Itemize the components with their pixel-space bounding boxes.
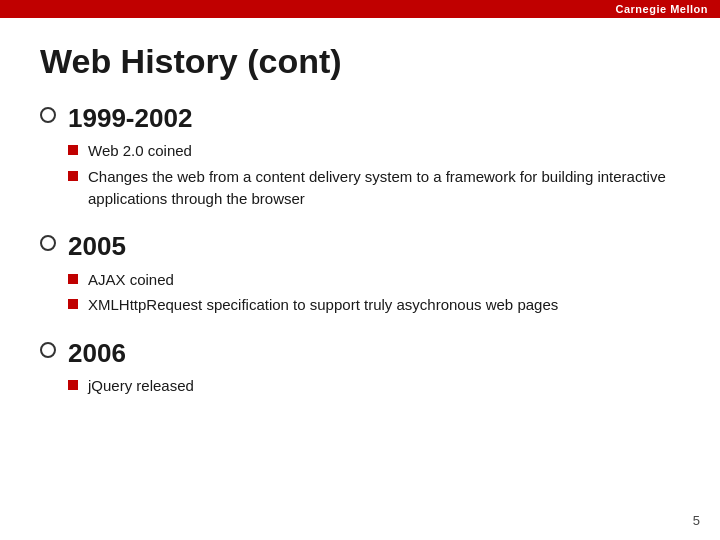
page-number: 5 xyxy=(693,513,700,528)
top-bar: Carnegie Mellon xyxy=(0,0,720,18)
sub-bullet-icon xyxy=(68,145,78,155)
year-label-2006: 2006 xyxy=(68,338,680,369)
year-block-1999: 1999-2002 Web 2.0 coined Changes the web… xyxy=(68,103,680,213)
section-2006: 2006 jQuery released xyxy=(40,338,680,401)
carnegie-mellon-logo: Carnegie Mellon xyxy=(616,3,708,15)
bullet-circle-2 xyxy=(40,235,56,251)
sub-list-1999: Web 2.0 coined Changes the web from a co… xyxy=(68,140,680,209)
main-bullet-list: 1999-2002 Web 2.0 coined Changes the web… xyxy=(40,103,680,401)
year-label-2005: 2005 xyxy=(68,231,680,262)
sub-item-text: XMLHttpRequest specification to support … xyxy=(88,294,558,316)
slide-content: Web History (cont) 1999-2002 Web 2.0 coi… xyxy=(0,18,720,439)
sub-item-text: Changes the web from a content delivery … xyxy=(88,166,680,210)
year-label-1999: 1999-2002 xyxy=(68,103,680,134)
list-item: AJAX coined xyxy=(68,269,680,291)
sub-bullet-icon xyxy=(68,299,78,309)
list-item: jQuery released xyxy=(68,375,680,397)
sub-bullet-icon xyxy=(68,274,78,284)
year-block-2006: 2006 jQuery released xyxy=(68,338,680,401)
bullet-circle-1 xyxy=(40,107,56,123)
sub-item-text: AJAX coined xyxy=(88,269,174,291)
sub-item-text: jQuery released xyxy=(88,375,194,397)
list-item: Changes the web from a content delivery … xyxy=(68,166,680,210)
sub-item-text: Web 2.0 coined xyxy=(88,140,192,162)
sub-bullet-icon xyxy=(68,380,78,390)
sub-list-2006: jQuery released xyxy=(68,375,680,397)
section-1999: 1999-2002 Web 2.0 coined Changes the web… xyxy=(40,103,680,213)
list-item: XMLHttpRequest specification to support … xyxy=(68,294,680,316)
section-2005: 2005 AJAX coined XMLHttpRequest specific… xyxy=(40,231,680,320)
sub-list-2005: AJAX coined XMLHttpRequest specification… xyxy=(68,269,680,317)
bullet-circle-3 xyxy=(40,342,56,358)
slide-title: Web History (cont) xyxy=(40,42,680,81)
list-item: Web 2.0 coined xyxy=(68,140,680,162)
sub-bullet-icon xyxy=(68,171,78,181)
year-block-2005: 2005 AJAX coined XMLHttpRequest specific… xyxy=(68,231,680,320)
